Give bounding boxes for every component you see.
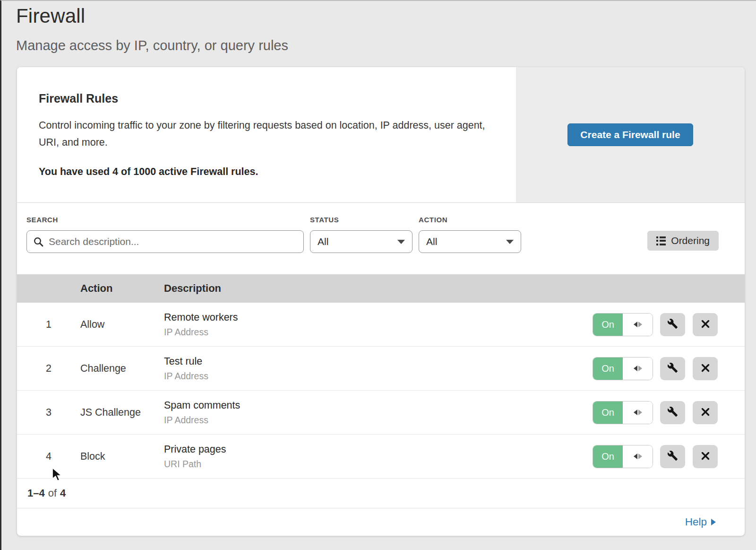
triangle-left-icon — [634, 454, 637, 459]
rule-match-type: IP Address — [164, 327, 593, 338]
table-row: 2 Challenge Test rule IP Address On — [17, 347, 745, 391]
toggle-on-label: On — [593, 358, 623, 380]
table-row: 1 Allow Remote workers IP Address On — [17, 303, 745, 347]
rule-controls: On — [593, 357, 745, 380]
intro-heading: Firewall Rules — [39, 92, 494, 105]
delete-rule-button[interactable] — [693, 401, 718, 424]
rule-enabled-toggle[interactable]: On — [593, 358, 653, 380]
table-row: 3 JS Challenge Spam comments IP Address … — [17, 391, 745, 435]
toggle-handle — [623, 358, 653, 380]
toggle-handle — [623, 314, 653, 336]
pagination-total: 4 — [60, 487, 66, 499]
help-link[interactable]: Help — [685, 516, 716, 528]
rule-enabled-toggle[interactable]: On — [593, 402, 653, 424]
rule-match-type: URI Path — [164, 459, 593, 470]
search-filter: SEARCH — [26, 216, 304, 274]
triangle-right-icon — [638, 366, 642, 371]
close-icon — [700, 451, 711, 463]
page-subtitle: Manage access by IP, country, or query r… — [16, 38, 756, 53]
toggle-on-label: On — [593, 402, 623, 424]
action-selected-value: All — [426, 236, 506, 247]
close-icon — [700, 407, 711, 419]
create-rule-panel: Create a Firewall rule — [516, 67, 745, 202]
delete-rule-button[interactable] — [693, 313, 718, 336]
search-icon — [33, 236, 44, 249]
triangle-right-icon — [638, 454, 642, 459]
pagination: 1–4 of 4 — [17, 479, 745, 508]
list-icon — [656, 236, 666, 245]
rule-description: Test rule IP Address — [164, 356, 593, 382]
edit-rule-button[interactable] — [660, 313, 685, 336]
table-row: 4 Block Private pages URI Path On — [17, 435, 745, 479]
intro-description: Control incoming traffic to your zone by… — [39, 117, 488, 151]
rule-description-title: Spam comments — [164, 400, 593, 411]
triangle-right-icon — [638, 322, 642, 327]
toggle-on-label: On — [593, 314, 623, 336]
delete-rule-button[interactable] — [693, 357, 718, 380]
action-filter: ACTION All — [419, 216, 521, 274]
ordering-button-label: Ordering — [671, 235, 710, 246]
triangle-left-icon — [634, 322, 637, 327]
table-header: Action Description — [17, 274, 745, 303]
rule-action: Allow — [80, 319, 164, 331]
status-filter: STATUS All — [310, 216, 412, 274]
rule-action: Block — [80, 451, 164, 463]
status-label: STATUS — [310, 216, 412, 224]
rule-description: Private pages URI Path — [164, 444, 593, 470]
action-label: ACTION — [419, 216, 521, 224]
rule-match-type: IP Address — [164, 371, 593, 382]
create-firewall-rule-button[interactable]: Create a Firewall rule — [567, 123, 693, 146]
edit-rule-button[interactable] — [660, 357, 685, 380]
ordering-button[interactable]: Ordering — [647, 231, 719, 251]
rule-controls: On — [593, 401, 745, 424]
status-select[interactable]: All — [310, 230, 412, 253]
rule-action: JS Challenge — [80, 407, 164, 419]
filters-section: SEARCH STATUS All ACTION All — [17, 203, 745, 274]
rule-controls: On — [593, 313, 745, 336]
chevron-down-icon — [506, 240, 514, 244]
close-icon — [700, 363, 711, 375]
status-selected-value: All — [318, 236, 397, 247]
pagination-range: 1–4 — [27, 487, 45, 499]
close-icon — [700, 319, 711, 331]
rule-action: Challenge — [80, 363, 164, 375]
triangle-left-icon — [634, 366, 637, 371]
search-label: SEARCH — [26, 216, 304, 224]
rule-description: Remote workers IP Address — [164, 312, 593, 338]
triangle-left-icon — [634, 410, 637, 415]
rule-priority: 4 — [17, 451, 80, 463]
rule-description-title: Remote workers — [164, 312, 593, 323]
edit-rule-button[interactable] — [660, 445, 685, 468]
toggle-handle — [623, 445, 653, 468]
help-link-label: Help — [685, 516, 707, 528]
pagination-separator: of — [48, 487, 57, 499]
intro-section: Firewall Rules Control incoming traffic … — [17, 67, 745, 203]
delete-rule-button[interactable] — [693, 445, 718, 468]
rule-enabled-toggle[interactable]: On — [593, 314, 653, 336]
action-select[interactable]: All — [419, 230, 521, 253]
firewall-rules-card: Firewall Rules Control incoming traffic … — [17, 67, 745, 536]
intro-text-panel: Firewall Rules Control incoming traffic … — [17, 67, 516, 202]
toggle-on-label: On — [593, 445, 623, 468]
usage-summary: You have used 4 of 1000 active Firewall … — [39, 166, 494, 178]
page-title: Firewall — [16, 5, 756, 27]
wrench-icon — [667, 406, 678, 419]
rule-description-title: Private pages — [164, 444, 593, 455]
rule-controls: On — [593, 445, 745, 468]
rule-priority: 2 — [17, 363, 80, 375]
rule-priority: 1 — [17, 319, 80, 331]
column-description: Description — [164, 282, 745, 295]
toggle-handle — [623, 402, 653, 424]
rule-enabled-toggle[interactable]: On — [593, 445, 653, 468]
page-header: Firewall Manage access by IP, country, o… — [1, 1, 756, 53]
rule-description: Spam comments IP Address — [164, 400, 593, 426]
rule-match-type: IP Address — [164, 415, 593, 426]
rule-priority: 3 — [17, 407, 80, 419]
search-input[interactable] — [26, 230, 304, 253]
rule-description-title: Test rule — [164, 356, 593, 367]
search-box — [26, 230, 304, 253]
column-action: Action — [80, 282, 164, 295]
edit-rule-button[interactable] — [660, 401, 685, 424]
wrench-icon — [667, 450, 678, 463]
triangle-right-icon — [638, 410, 642, 415]
